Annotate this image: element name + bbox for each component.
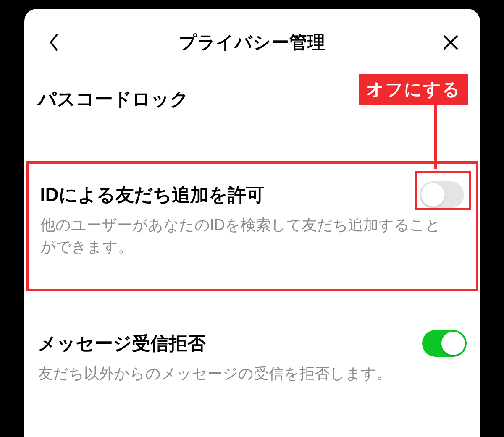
id-friend-add-label: IDによる友だち追加を許可 bbox=[40, 183, 265, 207]
annotation-connector-line bbox=[434, 102, 437, 169]
modal-title: プライバシー管理 bbox=[179, 31, 326, 54]
passcode-lock-row[interactable]: パスコードロック オフにする bbox=[24, 78, 480, 121]
toggle-knob bbox=[421, 183, 445, 207]
chevron-left-icon bbox=[49, 34, 58, 51]
message-reject-description: 友だち以外からのメッセージの受信を拒否します。 bbox=[38, 363, 467, 385]
id-friend-add-row: IDによる友だち追加を許可 bbox=[40, 181, 464, 208]
toggle-knob bbox=[441, 332, 465, 355]
close-icon bbox=[443, 35, 458, 50]
highlight-annotation-box: IDによる友だち追加を許可 他のユーザーがあなたのIDを検索して友だち追加するこ… bbox=[26, 161, 478, 291]
message-reject-row: メッセージ受信拒否 友だち以外からのメッセージの受信を拒否します。 bbox=[24, 321, 480, 394]
passcode-lock-label: パスコードロック bbox=[38, 87, 189, 112]
settings-modal: プライバシー管理 パスコードロック オフにする IDによる友だち追加を許可 bbox=[24, 9, 480, 437]
message-reject-label: メッセージ受信拒否 bbox=[38, 331, 206, 356]
screen-background: プライバシー管理 パスコードロック オフにする IDによる友だち追加を許可 bbox=[0, 0, 504, 437]
id-friend-add-toggle[interactable] bbox=[420, 181, 464, 208]
annotation-badge: オフにする bbox=[359, 74, 468, 105]
back-button[interactable] bbox=[45, 33, 63, 52]
id-friend-add-description: 他のユーザーがあなたのIDを検索して友だち追加することができます。 bbox=[40, 214, 464, 258]
spacer bbox=[24, 291, 480, 321]
modal-header: プライバシー管理 bbox=[24, 18, 480, 78]
close-button[interactable] bbox=[441, 33, 460, 52]
message-reject-toggle[interactable] bbox=[422, 330, 467, 357]
